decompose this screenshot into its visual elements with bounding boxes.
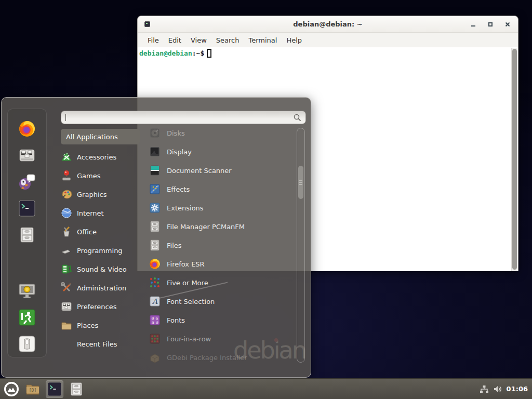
category-all-applications[interactable]: All Applications bbox=[61, 129, 140, 144]
five-or-more-icon bbox=[149, 277, 161, 288]
app-effects[interactable]: Effects bbox=[149, 180, 295, 198]
category-graphics[interactable]: Graphics bbox=[61, 185, 140, 204]
extensions-icon bbox=[149, 202, 161, 214]
taskbar-terminal-window[interactable] bbox=[46, 380, 63, 398]
category-places[interactable]: Places bbox=[61, 316, 140, 335]
sound-video-icon bbox=[61, 263, 72, 275]
effects-icon bbox=[149, 183, 161, 195]
category-preferences[interactable]: Preferences bbox=[61, 297, 140, 316]
categories-column: All Applications Accessories Games Graph… bbox=[61, 129, 140, 353]
favorite-firefox[interactable] bbox=[18, 120, 36, 138]
shell-prompt: debian@debian:~$ bbox=[139, 49, 211, 58]
firefox-icon bbox=[149, 258, 161, 270]
document-scanner-icon bbox=[149, 165, 161, 176]
menu-button[interactable] bbox=[3, 381, 20, 397]
favorite-screensaver[interactable] bbox=[18, 282, 36, 300]
category-games[interactable]: Games bbox=[61, 166, 140, 185]
terminal-icon bbox=[19, 200, 35, 217]
close-icon bbox=[505, 22, 510, 27]
menu-help[interactable]: Help bbox=[282, 34, 307, 46]
volume-icon[interactable] bbox=[493, 385, 502, 393]
screensaver-icon bbox=[18, 283, 36, 299]
app-gdebi-package-installer[interactable]: GDebi Package Installer bbox=[149, 348, 295, 367]
category-programming[interactable]: Programming bbox=[61, 241, 140, 260]
svg-text:a: a bbox=[152, 320, 154, 325]
gdebi-icon bbox=[149, 352, 161, 363]
logout-icon bbox=[19, 309, 35, 326]
category-administration[interactable]: Administration bbox=[61, 278, 140, 297]
minimize-icon bbox=[471, 25, 475, 26]
graphics-icon bbox=[61, 189, 72, 200]
search-input[interactable] bbox=[61, 111, 306, 124]
shutdown-icon bbox=[19, 336, 35, 352]
programming-icon bbox=[61, 245, 72, 256]
menu-logo-icon bbox=[4, 381, 19, 397]
menu-terminal[interactable]: Terminal bbox=[244, 34, 282, 46]
accessories-icon bbox=[61, 151, 72, 163]
app-document-scanner[interactable]: Document Scanner bbox=[149, 161, 295, 180]
file-manager-icon bbox=[150, 221, 160, 232]
internet-icon bbox=[61, 207, 72, 219]
favorite-logout[interactable] bbox=[18, 309, 36, 326]
app-fonts[interactable]: a a a a Fonts bbox=[149, 311, 295, 329]
minimize-button[interactable] bbox=[468, 19, 478, 30]
svg-text:[D]: [D] bbox=[29, 388, 36, 393]
file-manager-icon bbox=[70, 382, 83, 396]
taskbar-folder-launcher[interactable]: [D] bbox=[24, 380, 42, 398]
places-icon bbox=[61, 320, 72, 331]
terminal-cursor bbox=[207, 49, 211, 58]
terminal-scrollbar[interactable] bbox=[511, 48, 517, 271]
taskbar: [D] 01:06 bbox=[0, 378, 532, 399]
four-in-a-row-icon bbox=[149, 333, 161, 344]
maximize-button[interactable] bbox=[485, 19, 496, 30]
favorites-column bbox=[7, 109, 47, 357]
system-tray: 01:06 bbox=[480, 385, 532, 393]
favorite-shutdown[interactable] bbox=[18, 335, 36, 353]
firefox-icon bbox=[18, 120, 36, 138]
terminal-title: debian@debian: ~ bbox=[138, 20, 518, 28]
terminal-icon bbox=[47, 382, 62, 396]
games-icon bbox=[61, 170, 72, 181]
taskbar-files-launcher[interactable] bbox=[68, 380, 85, 398]
favorite-pidgin[interactable] bbox=[18, 173, 36, 191]
favorite-file-manager[interactable] bbox=[18, 226, 36, 244]
menu-edit[interactable]: Edit bbox=[164, 34, 186, 46]
office-icon bbox=[61, 226, 72, 237]
file-manager-icon bbox=[19, 227, 35, 243]
app-disks[interactable]: Disks bbox=[149, 124, 295, 142]
app-extensions[interactable]: Extensions bbox=[149, 198, 295, 217]
menu-scrollbar-thumb[interactable] bbox=[298, 166, 303, 199]
category-accessories[interactable]: Accessories bbox=[61, 148, 140, 166]
app-files[interactable]: Files bbox=[149, 236, 295, 255]
favorite-terminal[interactable] bbox=[18, 200, 36, 217]
favorite-package-manager[interactable] bbox=[18, 147, 36, 164]
application-menu: All Applications Accessories Games Graph… bbox=[1, 97, 311, 378]
menu-view[interactable]: View bbox=[186, 34, 211, 46]
network-icon[interactable] bbox=[480, 385, 489, 393]
search-caret bbox=[65, 114, 66, 121]
app-display[interactable]: Display bbox=[149, 142, 295, 161]
fonts-icon: a a a a bbox=[149, 314, 161, 326]
taskbar-clock[interactable]: 01:06 bbox=[507, 385, 528, 393]
app-four-in-a-row[interactable]: Four-in-a-row bbox=[149, 329, 295, 348]
prompt-user-host: debian@debian bbox=[139, 49, 192, 57]
menu-scrollbar[interactable] bbox=[297, 128, 305, 363]
files-icon bbox=[150, 240, 160, 251]
category-recent-files[interactable]: Recent Files bbox=[61, 335, 140, 353]
menu-search[interactable]: Search bbox=[211, 34, 244, 46]
preferences-icon bbox=[61, 301, 72, 312]
display-icon bbox=[149, 146, 161, 157]
category-sound-video[interactable]: Sound & Video bbox=[61, 260, 140, 278]
package-manager-icon bbox=[19, 148, 35, 163]
close-button[interactable] bbox=[502, 19, 513, 30]
terminal-scrollbar-thumb[interactable] bbox=[512, 49, 517, 270]
menu-file[interactable]: File bbox=[143, 34, 164, 46]
terminal-titlebar[interactable]: debian@debian: ~ bbox=[138, 16, 518, 33]
category-internet[interactable]: Internet bbox=[61, 204, 140, 222]
app-file-manager-pcmanfm[interactable]: File Manager PCManFM bbox=[149, 217, 295, 236]
administration-icon bbox=[61, 282, 72, 294]
category-office[interactable]: Office bbox=[61, 222, 140, 241]
search-icon bbox=[294, 114, 301, 122]
app-firefox-esr[interactable]: Firefox ESR bbox=[149, 255, 295, 273]
applications-list: Disks Display Document Scanner Effects bbox=[149, 124, 295, 367]
